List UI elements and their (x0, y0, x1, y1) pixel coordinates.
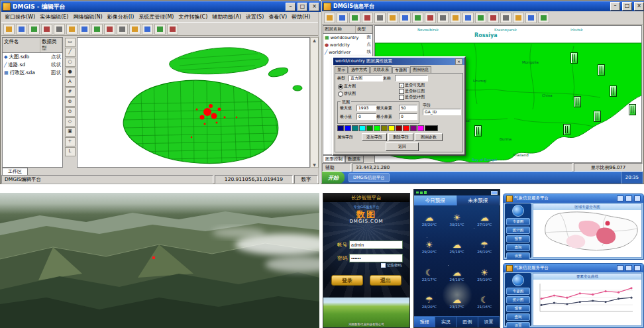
sidebar-button[interactable]: 专题图 (506, 288, 530, 295)
workspace-tab[interactable]: 工作区 (2, 168, 28, 175)
maximize-button[interactable]: □ (297, 3, 307, 11)
dialog-tab[interactable]: 选中方式 (349, 66, 370, 73)
forecast-cell[interactable]: ☀25/19℃ (470, 261, 498, 289)
menu-item[interactable]: 网络编辑(N) (73, 13, 102, 21)
scroll-down-icon[interactable]: ▼ (313, 162, 316, 167)
field-combo[interactable]: GA_ID (423, 109, 461, 115)
forecast-cell[interactable]: ☀30/21℃ (443, 206, 471, 234)
color-swatch[interactable] (388, 125, 395, 131)
tool-button[interactable]: # (65, 87, 76, 97)
name-input[interactable] (395, 75, 428, 82)
nav-forecast[interactable]: 预报 (414, 317, 435, 327)
login-button[interactable]: 登录 (331, 275, 363, 286)
color-swatch[interactable] (403, 125, 409, 131)
color-swatch[interactable] (374, 125, 380, 131)
forecast-cell[interactable]: ☁24/18℃ (443, 261, 471, 289)
sidebar-button[interactable]: 专题图 (506, 218, 530, 225)
forecast-cell[interactable]: ☁27/19℃ (470, 206, 498, 234)
histogram-radio[interactable] (338, 84, 343, 89)
toolbar-icon[interactable] (28, 24, 40, 34)
menu-item[interactable]: 帮助(H) (292, 13, 310, 21)
color-swatch[interactable] (359, 125, 366, 131)
toolbar-icon[interactable] (387, 13, 398, 23)
tool-button[interactable]: ◇ (65, 117, 76, 127)
tab-today[interactable]: 今日预报 (414, 195, 457, 205)
toolbar-icon[interactable] (167, 24, 178, 34)
system-tray-clock[interactable]: 20:35 (621, 172, 643, 184)
toolbar-icon[interactable] (142, 24, 153, 34)
toolbar-icon[interactable] (3, 24, 15, 34)
sidebar-button[interactable]: 统计图 (506, 296, 530, 303)
menu-item[interactable]: 文件转换(C) (178, 13, 207, 21)
toolbar-icon[interactable] (349, 13, 360, 23)
tab-graphic-control[interactable]: 图形控制 (323, 155, 345, 163)
tool-button[interactable]: A (65, 78, 76, 87)
label-checkbox[interactable] (399, 89, 404, 94)
menu-item[interactable]: 窗口操作(W) (5, 13, 35, 21)
tool-button[interactable]: ▭ (65, 38, 76, 47)
menu-item[interactable]: 影像分析(I) (107, 13, 134, 21)
delete-field-button[interactable]: 删除字段 (388, 133, 413, 141)
sidebar-button[interactable]: 预警 (506, 235, 530, 243)
sidebar-button[interactable]: 设置 (506, 322, 530, 328)
legend-params-button[interactable]: 图例参数 (415, 133, 443, 141)
toolbar-icon[interactable] (104, 24, 115, 34)
toolbar-icon[interactable] (154, 24, 166, 34)
layer-row[interactable]: ▦ 行政区.sda 面状 (3, 69, 62, 77)
type-select[interactable]: 直方图 (349, 75, 383, 82)
min-pixel-input[interactable]: 0 (399, 113, 417, 120)
color-swatch[interactable] (337, 125, 344, 131)
color-swatch[interactable] (345, 125, 351, 131)
toolbar-icon[interactable] (412, 13, 423, 23)
titlebar[interactable]: DMGIS信息平台 – □ × (322, 1, 644, 11)
minimize-button[interactable]: – (286, 3, 295, 11)
layer-row[interactable]: ╱ worldriver 线 (323, 48, 372, 56)
tool-button[interactable]: L (65, 147, 76, 156)
color-swatch[interactable] (417, 125, 424, 131)
tool-button[interactable]: ⊖ (65, 107, 76, 117)
maximize-button[interactable] (625, 265, 632, 271)
tool-button[interactable]: ╱ (65, 48, 76, 57)
tool-button[interactable]: ⊕ (65, 97, 76, 107)
menu-item[interactable]: 系统库管理(M) (138, 13, 174, 21)
close-button[interactable]: × (634, 2, 644, 11)
sidebar-button[interactable]: 查询 (506, 244, 530, 251)
toolbar-icon[interactable] (91, 24, 103, 34)
toolbar-icon[interactable] (400, 13, 411, 23)
line-chart[interactable] (533, 280, 637, 317)
toolbar-icon[interactable] (337, 13, 348, 23)
pie-radio[interactable] (338, 91, 343, 97)
toolbar-icon[interactable] (117, 24, 128, 34)
start-button[interactable]: 开始 (322, 172, 345, 184)
map-canvas-shanghai[interactable] (77, 37, 310, 168)
tab-future[interactable]: 未来预报 (457, 195, 500, 205)
dialog-tab[interactable]: 图例信息 (410, 66, 431, 73)
taskbar-item[interactable]: DMGIS信息平台 (349, 173, 390, 182)
toolbar-icon[interactable] (54, 24, 65, 34)
sidebar-button[interactable]: 统计图 (506, 227, 530, 234)
toolbar-icon[interactable] (437, 13, 449, 23)
layer-row[interactable]: ◆ 大图.sdb 点状 (3, 53, 62, 61)
terrain-3d-view[interactable] (0, 193, 319, 328)
exit-button[interactable]: 退出 (370, 275, 402, 286)
province-map[interactable] (533, 210, 643, 254)
remember-checkbox[interactable] (381, 263, 386, 268)
back-button[interactable]: 返回 (386, 142, 419, 151)
toolbar-icon[interactable] (538, 13, 549, 23)
maximize-button[interactable] (625, 195, 632, 201)
vertical-scrollbar[interactable]: ▲ ▼ (310, 37, 319, 168)
menu-item[interactable]: 辅助功能(A) (212, 13, 241, 21)
toolbar-icon[interactable] (362, 13, 373, 23)
statistic-checkbox[interactable] (399, 95, 404, 100)
toolbar-icon[interactable] (500, 13, 511, 23)
toolbar-icon[interactable] (425, 13, 436, 23)
forecast-cell[interactable]: ☁28/20℃ (415, 206, 443, 234)
column-header[interactable]: 数据类型 (40, 38, 62, 52)
dialog-tab[interactable]: 关联表系 (370, 66, 392, 73)
toolbar-icon[interactable] (16, 24, 27, 34)
account-input[interactable] (349, 241, 403, 249)
toolbar-icon[interactable] (324, 13, 335, 23)
toolbar-icon[interactable] (129, 24, 140, 34)
forecast-cell[interactable]: ☁25/18℃ (443, 234, 471, 262)
dialog-tab[interactable]: 显示 (335, 66, 348, 73)
